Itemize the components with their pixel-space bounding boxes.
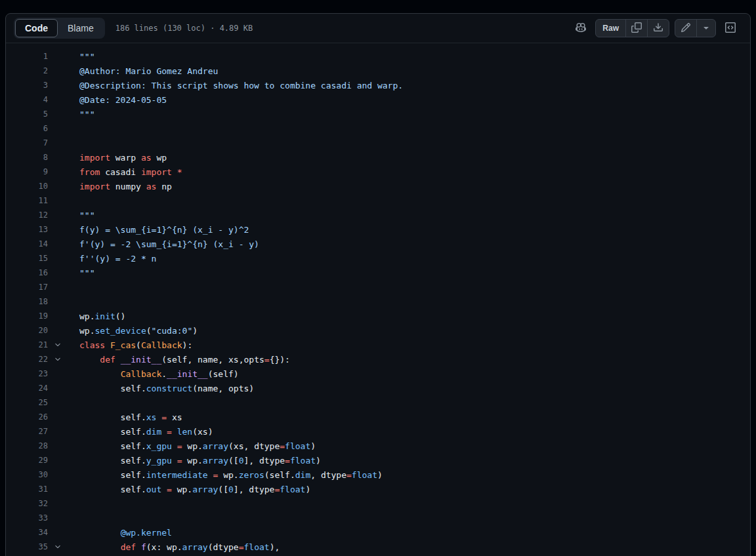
tab-blame[interactable]: Blame <box>58 19 104 37</box>
code-area: 1"""2@Author: Mario Gomez Andreu3@Descri… <box>6 43 750 556</box>
line-number[interactable]: 26 <box>6 412 48 422</box>
line-number[interactable]: 21 <box>6 340 48 349</box>
line-number[interactable]: 7 <box>6 138 48 148</box>
line-number[interactable]: 4 <box>6 95 48 104</box>
code-text: """ <box>68 268 94 278</box>
line-number[interactable]: 5 <box>6 109 48 119</box>
line-number[interactable]: 20 <box>6 326 48 335</box>
download-icon <box>653 22 663 35</box>
code-text: def __init__(self, name, xs,opts={}): <box>68 355 290 365</box>
code-line: 15f''(y) = -2 * n <box>6 251 750 266</box>
line-number[interactable]: 31 <box>6 485 48 494</box>
line-number[interactable]: 6 <box>6 124 48 133</box>
line-number[interactable]: 23 <box>6 369 48 378</box>
code-line: 26 self.xs = xs <box>6 410 750 424</box>
edit-button[interactable] <box>675 20 696 37</box>
code-line: 27 self.dim = len(xs) <box>6 424 750 439</box>
line-number[interactable]: 34 <box>6 528 48 537</box>
code-line: 32 <box>6 496 750 511</box>
code-text: class F_cas(Callback): <box>68 340 192 350</box>
code-text: self.xs = xs <box>68 412 182 422</box>
line-number[interactable]: 30 <box>6 470 48 479</box>
line-number[interactable]: 13 <box>6 225 48 234</box>
line-number[interactable]: 22 <box>6 355 48 364</box>
code-line: 21class F_cas(Callback): <box>6 338 750 352</box>
line-number[interactable]: 29 <box>6 456 48 465</box>
code-line: 5""" <box>6 107 750 121</box>
code-line: 31 self.out = wp.array([0], dtype=float) <box>6 482 750 496</box>
code-line: 22 def __init__(self, name, xs,opts={}): <box>6 352 750 367</box>
code-line: 34 @wp.kernel <box>6 525 750 540</box>
line-number[interactable]: 10 <box>6 182 48 191</box>
line-number[interactable]: 19 <box>6 311 48 321</box>
code-line: 17 <box>6 280 750 294</box>
raw-button[interactable]: Raw <box>596 20 625 37</box>
line-number[interactable]: 27 <box>6 427 48 436</box>
edit-dropdown-button[interactable] <box>696 20 715 37</box>
code-text: """ <box>68 210 94 220</box>
code-line: 25 <box>6 395 750 410</box>
code-line: 29 self.y_gpu = wp.array([0], dtype=floa… <box>6 453 750 467</box>
tab-code[interactable]: Code <box>15 19 58 37</box>
code-text: self.y_gpu = wp.array([0], dtype=float) <box>68 456 321 466</box>
chevron-down-icon <box>701 22 711 35</box>
edit-group <box>675 19 716 37</box>
copilot-button[interactable] <box>572 19 590 37</box>
line-number[interactable]: 2 <box>6 66 48 75</box>
line-number[interactable]: 33 <box>6 513 48 523</box>
code-line: 9from casadi import * <box>6 165 750 179</box>
code-blame-switcher: Code Blame <box>14 18 105 39</box>
line-number[interactable]: 18 <box>6 297 48 306</box>
line-number[interactable]: 16 <box>6 268 48 277</box>
code-text: Callback.__init__(self) <box>68 369 239 379</box>
code-lines: 1"""2@Author: Mario Gomez Andreu3@Descri… <box>6 49 750 554</box>
code-line: 19wp.init() <box>6 309 750 323</box>
code-line: 11 <box>6 193 750 208</box>
line-number[interactable]: 11 <box>6 196 48 205</box>
code-text: def f(x: wp.array(dtype=float), <box>68 542 280 552</box>
code-line: 23 Callback.__init__(self) <box>6 367 750 381</box>
file-view-container: Code Blame 186 lines (130 loc) · 4.89 KB… <box>5 13 751 556</box>
collapse-chevron-icon[interactable] <box>48 341 68 349</box>
code-line: 20wp.set_device("cuda:0") <box>6 323 750 338</box>
code-text: wp.init() <box>68 311 125 321</box>
collapse-chevron-icon[interactable] <box>48 355 68 363</box>
line-number[interactable]: 24 <box>6 384 48 393</box>
code-line: 28 self.x_gpu = wp.array(xs, dtype=float… <box>6 439 750 453</box>
line-number[interactable]: 32 <box>6 499 48 508</box>
line-number[interactable]: 15 <box>6 254 48 263</box>
code-line: 35 def f(x: wp.array(dtype=float), <box>6 540 750 554</box>
code-line: 16""" <box>6 266 750 280</box>
code-line: 12""" <box>6 208 750 222</box>
code-text: wp.set_device("cuda:0") <box>68 326 198 336</box>
code-text: from casadi import * <box>68 167 182 177</box>
code-text: """ <box>68 109 94 119</box>
code-line: 10import numpy as np <box>6 179 750 193</box>
file-header: Code Blame 186 lines (130 loc) · 4.89 KB… <box>6 14 750 43</box>
line-number[interactable]: 8 <box>6 153 48 162</box>
code-text: f''(y) = -2 * n <box>68 254 156 264</box>
code-text: f(y) = \sum_{i=1}^{n} (x_i - y)^2 <box>68 225 249 235</box>
code-square-icon <box>725 22 736 35</box>
symbols-panel-button[interactable] <box>721 19 740 37</box>
line-number[interactable]: 35 <box>6 542 48 551</box>
line-number[interactable]: 28 <box>6 441 48 450</box>
collapse-chevron-icon[interactable] <box>48 543 68 551</box>
copy-icon <box>631 22 642 35</box>
line-number[interactable]: 14 <box>6 239 48 248</box>
pencil-icon <box>681 22 691 35</box>
line-number[interactable]: 3 <box>6 81 48 90</box>
line-number[interactable]: 1 <box>6 52 48 61</box>
line-number[interactable]: 17 <box>6 283 48 292</box>
line-number[interactable]: 9 <box>6 167 48 176</box>
code-line: 4@Date: 2024-05-05 <box>6 92 750 107</box>
code-text: @Author: Mario Gomez Andreu <box>68 66 218 76</box>
copy-button[interactable] <box>625 20 647 37</box>
download-button[interactable] <box>647 20 669 37</box>
header-actions: Raw <box>572 19 740 37</box>
code-line: 7 <box>6 136 750 150</box>
line-number[interactable]: 12 <box>6 210 48 220</box>
line-number[interactable]: 25 <box>6 398 48 407</box>
code-text: import numpy as np <box>68 182 172 191</box>
code-line: 24 self.construct(name, opts) <box>6 381 750 395</box>
